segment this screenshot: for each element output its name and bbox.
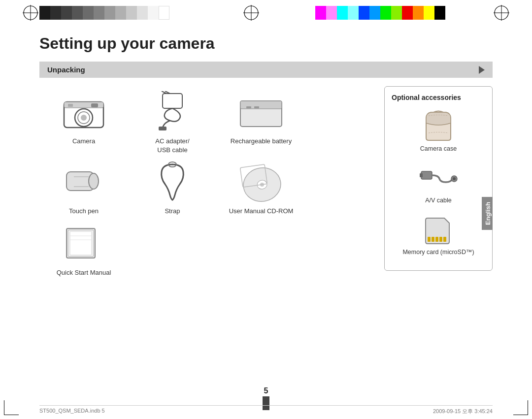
page-title: Setting up your camera	[39, 34, 493, 53]
optional-memory-card: Memory card (microSD™)	[392, 212, 485, 256]
svg-rect-23	[254, 106, 259, 108]
svg-point-13	[81, 115, 87, 121]
av-cable-icon	[419, 161, 458, 193]
ac-adapter-image	[145, 90, 200, 134]
crop-mark-bl	[4, 400, 19, 415]
section-title: Unpacking	[47, 65, 85, 74]
svg-rect-14	[91, 103, 98, 107]
memory-card-image	[419, 212, 458, 246]
footer-right: 2009-09-15 오후 3:45:24	[433, 408, 493, 415]
optional-accessories-box: Optional accessories Camera case	[384, 86, 493, 271]
ac-adapter-label: AC adapter/USB cable	[155, 137, 189, 155]
reg-mark-right	[492, 3, 511, 23]
footer-left: ST500_QSM_SEDA.indb 5	[39, 408, 105, 415]
cdrom-image	[234, 160, 288, 204]
reg-mark-center	[241, 3, 261, 23]
svg-rect-36	[70, 231, 92, 255]
footer: ST500_QSM_SEDA.indb 5 2009-09-15 오후 3:45…	[39, 405, 493, 415]
svg-rect-16	[163, 94, 182, 108]
strap-label: Strap	[165, 207, 180, 216]
main-content: Setting up your camera Unpacking Camera	[39, 34, 493, 389]
touch-pen-image	[57, 160, 111, 204]
svg-rect-45	[435, 237, 438, 242]
item-battery: Rechargeable battery	[222, 90, 300, 155]
optional-av-cable: A/V cable	[392, 160, 485, 204]
touch-pen-icon	[59, 162, 108, 201]
memory-card-label: Memory card (microSD™)	[402, 249, 474, 256]
battery-icon	[236, 94, 286, 130]
svg-rect-43	[428, 237, 431, 242]
svg-rect-46	[439, 237, 442, 242]
svg-rect-15	[68, 104, 73, 107]
camera-icon	[59, 92, 108, 131]
camera-image	[57, 90, 111, 134]
ac-adapter-icon	[148, 91, 197, 133]
manual-label: Quick Start Manual	[57, 268, 111, 277]
svg-rect-22	[246, 106, 251, 108]
item-ac-adapter: AC adapter/USB cable	[133, 90, 212, 155]
section-header: Unpacking	[39, 62, 493, 78]
camera-case-icon	[419, 108, 458, 143]
cdrom-label: User Manual CD-ROM	[229, 207, 294, 216]
svg-rect-40	[420, 173, 423, 177]
svg-rect-19	[159, 127, 166, 130]
strap-image	[145, 160, 200, 204]
camera-case-image	[419, 108, 458, 143]
svg-point-25	[89, 173, 99, 189]
camera-label: Camera	[72, 137, 95, 146]
memory-card-icon	[419, 213, 458, 245]
section-arrow	[479, 66, 485, 74]
touch-pen-label: Touch pen	[69, 207, 99, 216]
battery-label: Rechargeable battery	[231, 137, 292, 146]
svg-rect-44	[432, 237, 434, 242]
svg-rect-47	[443, 237, 446, 242]
cdrom-icon	[236, 161, 286, 203]
color-strip-right	[315, 6, 445, 20]
manual-icon	[59, 224, 108, 263]
optional-title: Optional accessories	[392, 94, 485, 101]
av-cable-image	[419, 160, 458, 194]
crop-mark-br	[513, 400, 528, 415]
av-cable-label: A/V cable	[425, 197, 452, 204]
item-camera: Camera	[44, 90, 123, 155]
item-cdrom: User Manual CD-ROM	[222, 160, 300, 216]
manual-image	[57, 221, 111, 265]
strap-icon	[148, 160, 197, 204]
camera-case-label: Camera case	[420, 145, 457, 152]
top-color-bar	[0, 0, 532, 26]
optional-camera-case: Camera case	[392, 108, 485, 152]
color-strip-left	[39, 6, 169, 20]
item-touch-pen: Touch pen	[44, 160, 123, 216]
svg-rect-39	[421, 171, 432, 179]
reg-mark-left	[21, 3, 40, 23]
item-manual: Quick Start Manual	[44, 221, 123, 277]
svg-point-42	[453, 177, 456, 180]
battery-image	[234, 90, 288, 134]
page-number-text: 5	[263, 387, 269, 395]
english-tab: English	[482, 197, 493, 230]
item-strap: Strap	[133, 160, 212, 216]
